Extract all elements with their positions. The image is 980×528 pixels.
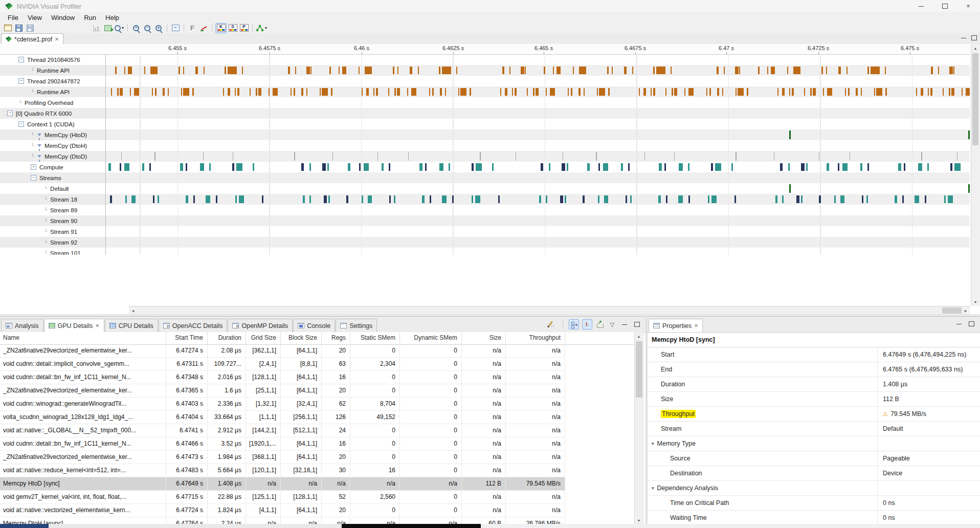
minimize-panel-button[interactable]: [954, 319, 964, 328]
timeline-bar[interactable]: [921, 152, 922, 161]
tree-item-context-1-cuda[interactable]: −Context 1 (CUDA): [0, 119, 106, 129]
timeline-bar[interactable]: [322, 88, 328, 96]
timeline-bar[interactable]: [186, 163, 187, 171]
timeline-bar[interactable]: [309, 163, 311, 171]
timeline-bar[interactable]: [239, 195, 244, 203]
timeline-bar[interactable]: [163, 88, 165, 96]
timeline-bar[interactable]: [885, 67, 886, 74]
timeline-bar[interactable]: [678, 195, 683, 203]
timeline-bar[interactable]: [821, 67, 823, 74]
timeline-bar[interactable]: [342, 67, 346, 74]
timeline-bar[interactable]: [562, 163, 565, 171]
timeline-bar[interactable]: [204, 67, 205, 74]
timeline-bar[interactable]: [364, 163, 369, 171]
timeline-bar[interactable]: [368, 195, 372, 203]
tree-item-streams[interactable]: −Streams: [0, 172, 106, 183]
timeline-bar[interactable]: [521, 67, 524, 74]
timeline-bar[interactable]: [734, 195, 736, 203]
table-vertical-scrollbar[interactable]: ▲ ▼: [634, 332, 644, 524]
timeline-bar[interactable]: [793, 67, 800, 74]
timeline-bar[interactable]: [429, 88, 430, 96]
timeline-bar[interactable]: [362, 195, 363, 203]
track-profiling-overhead[interactable]: [106, 97, 970, 108]
table-row[interactable]: _ZN2at6native29vectorized_elementwise_ke…: [0, 344, 565, 358]
timeline-bar[interactable]: [115, 67, 117, 74]
tree-item-thread-2902447872[interactable]: −Thread 2902447872: [0, 76, 106, 86]
timeline-bar[interactable]: [792, 88, 794, 96]
table-row[interactable]: void cudnn::detail::implicit_convolve_sg…: [0, 358, 565, 371]
timeline-bar[interactable]: [327, 163, 329, 171]
timeline-bar[interactable]: [131, 195, 136, 203]
timeline-bar[interactable]: [306, 67, 310, 74]
timeline-bar[interactable]: [598, 195, 599, 203]
timeline-bar[interactable]: [885, 88, 887, 96]
filter-button[interactable]: F: [187, 24, 197, 33]
timeline-bar[interactable]: [736, 88, 737, 96]
table-row[interactable]: void cudnn::detail::bn_fw_inf_1C11_kerne…: [0, 371, 565, 384]
zoom-out-button[interactable]: −: [142, 24, 152, 33]
timeline-bar[interactable]: [541, 163, 543, 171]
timeline-bar[interactable]: [150, 67, 158, 74]
timeline-bar[interactable]: [527, 88, 528, 96]
property-row-stream[interactable]: StreamDefault: [648, 422, 980, 436]
timeline-bar[interactable]: [237, 88, 239, 96]
timeline-bar[interactable]: [916, 88, 917, 96]
timeline-bar[interactable]: [525, 67, 526, 74]
timeline-bar[interactable]: [144, 67, 145, 74]
expand-toggle-icon[interactable]: +: [31, 164, 36, 170]
timeline-bar[interactable]: [944, 195, 946, 203]
timeline-bar[interactable]: [233, 152, 233, 161]
timeline-bar[interactable]: [456, 67, 457, 74]
timeline-bar[interactable]: [560, 195, 563, 203]
timeline-bar[interactable]: [216, 195, 217, 203]
timeline-bar[interactable]: [688, 195, 690, 203]
timeline-bar[interactable]: [717, 67, 719, 74]
tab-openacc-details[interactable]: OpenACC Details: [159, 319, 228, 332]
timeline-bar[interactable]: [120, 163, 121, 171]
timeline-bar[interactable]: [834, 195, 836, 203]
timeline-bar[interactable]: [801, 195, 803, 203]
timeline-bar[interactable]: [658, 195, 661, 203]
timeline-bar[interactable]: [954, 163, 961, 171]
timeline-bar[interactable]: [861, 88, 862, 96]
timeline-bar[interactable]: [124, 67, 125, 74]
timeline-bar[interactable]: [142, 163, 144, 171]
collapse-all-button[interactable]: −: [170, 24, 181, 33]
timeline-bar[interactable]: [796, 195, 799, 203]
table-row[interactable]: _ZN2at6native29vectorized_elementwise_ke…: [0, 451, 565, 464]
timeline-bar[interactable]: [235, 195, 237, 203]
timeline-bar[interactable]: [867, 163, 869, 171]
timeline-bar[interactable]: [377, 152, 378, 161]
timeline-bar[interactable]: [918, 163, 922, 171]
timeline-bar[interactable]: [128, 67, 132, 74]
timeline-bar[interactable]: [376, 88, 378, 96]
timeline-bar[interactable]: [155, 88, 157, 96]
timeline-bar[interactable]: [567, 163, 568, 171]
timeline-bar[interactable]: [180, 163, 183, 171]
collapse-toggle-icon[interactable]: −: [18, 121, 24, 127]
table-row[interactable]: void at::native::_GLOBAL__N__52_tmpxft_0…: [0, 424, 565, 437]
timeline-bar[interactable]: [927, 163, 929, 171]
timeline-bar[interactable]: [346, 195, 348, 203]
timeline-bar[interactable]: [632, 67, 633, 74]
timeline-bar[interactable]: [432, 88, 434, 96]
focus-selection-button[interactable]: ↔: [582, 319, 592, 329]
timeline-bar[interactable]: [273, 88, 278, 96]
tree-item-thread-2910840576[interactable]: −Thread 2910840576: [0, 54, 106, 65]
column-header-name[interactable]: Name: [0, 332, 166, 344]
timeline-bar[interactable]: [394, 195, 395, 203]
scroll-thumb[interactable]: [636, 341, 642, 398]
timeline-bar[interactable]: [458, 88, 459, 96]
timeline-bar[interactable]: [193, 195, 195, 203]
timeline-bar[interactable]: [774, 152, 774, 161]
timeline-bar[interactable]: [419, 163, 422, 171]
timeline-bar[interactable]: [108, 163, 111, 171]
tab-console[interactable]: Console: [293, 319, 335, 332]
timeline-bar[interactable]: [359, 163, 361, 171]
report-button[interactable]: [92, 24, 102, 33]
maximize-button[interactable]: [933, 0, 956, 12]
table-row[interactable]: Memcpy HtoD [sync]6.47649 s1.408 µsn/an/…: [0, 477, 565, 491]
timeline-bar[interactable]: [329, 67, 331, 74]
zoom-in-button[interactable]: +: [131, 24, 141, 33]
timeline-bar[interactable]: [847, 67, 848, 74]
